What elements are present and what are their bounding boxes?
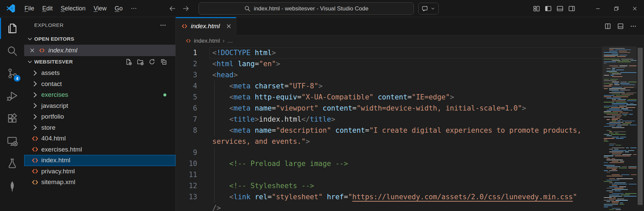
activity-source-control-icon[interactable]: 4: [0, 62, 24, 85]
open-editors-header[interactable]: OPEN EDITORS: [24, 33, 175, 45]
breadcrumb-tail[interactable]: …: [227, 38, 233, 44]
code-line-content: <!-- Preload large image -->: [212, 158, 644, 169]
tree-item-exercises.html[interactable]: exercises.html: [24, 144, 175, 155]
minimap-mark: [606, 114, 621, 115]
minimap-mark: [622, 123, 631, 124]
token: >: [233, 71, 238, 79]
token: !DOCTYPE: [217, 49, 251, 57]
token: [212, 160, 229, 168]
minimap-mark: [614, 84, 620, 85]
html-file-icon: [31, 167, 39, 175]
minimap-mark: [609, 152, 624, 152]
code-editor[interactable]: 1<!DOCTYPE html>2<html lang="en">3<head>…: [176, 46, 644, 211]
tree-item-assets[interactable]: assets: [24, 68, 175, 79]
activity-extensions-icon[interactable]: [0, 107, 24, 130]
tree-item-index.html[interactable]: index.html: [24, 155, 175, 166]
activity-mongodb-icon[interactable]: [0, 175, 24, 197]
tree-item-privacy.html[interactable]: privacy.html: [24, 166, 175, 177]
code-line[interactable]: 8 <meta name="description" content="I cr…: [176, 125, 644, 136]
command-center[interactable]: index.html - websitesver - Visual Studio…: [199, 2, 414, 15]
minimap-mark: [609, 143, 616, 144]
activity-search-icon[interactable]: [0, 40, 24, 62]
tree-item-store[interactable]: store: [24, 122, 175, 133]
editor-scrollbar[interactable]: [637, 46, 644, 211]
toggle-panel-icon[interactable]: [556, 5, 564, 12]
menu-edit[interactable]: Edit: [38, 3, 57, 14]
minimap-mark: [609, 162, 624, 163]
new-file-icon[interactable]: [125, 58, 132, 65]
run-and-debug-icon: [7, 90, 18, 101]
code-line[interactable]: 13 <link rel="stylesheet" href="https://…: [176, 192, 644, 203]
tab-index-html[interactable]: index.html: [176, 17, 236, 35]
editor-layout-icon[interactable]: [617, 23, 624, 30]
refresh-icon[interactable]: [149, 58, 155, 65]
menu-overflow[interactable]: ⋯: [127, 3, 141, 14]
token: <!-- Stylesheets -->: [229, 182, 314, 190]
more-actions-icon[interactable]: [630, 23, 637, 30]
token: meta: [233, 104, 251, 112]
customize-layout-icon[interactable]: [533, 5, 540, 12]
tree-item-404.html[interactable]: 404.html: [24, 133, 175, 144]
breadcrumb[interactable]: index.html › …: [176, 35, 644, 46]
chevron-right-icon: [31, 102, 39, 110]
tree-item-exercises[interactable]: exercises: [24, 89, 175, 100]
minimap-mark: [604, 126, 615, 127]
close-editor-icon[interactable]: [29, 47, 35, 53]
code-line[interactable]: 6 <meta name="viewport" content="width=d…: [176, 103, 644, 114]
code-line[interactable]: 11: [176, 169, 644, 180]
go-forward-icon[interactable]: [182, 5, 190, 12]
minimap-mark: [609, 88, 626, 89]
tree-item-portfolio[interactable]: portfolio: [24, 111, 175, 122]
open-editor-item[interactable]: index.html: [24, 45, 175, 56]
scrollbar-slider[interactable]: [638, 48, 643, 205]
minimap-mark: [612, 82, 619, 82]
code-line[interactable]: 9: [176, 147, 644, 158]
tree-item-contact[interactable]: contact: [24, 79, 175, 90]
menu-selection[interactable]: Selection: [57, 3, 90, 14]
code-line[interactable]: />: [176, 203, 644, 211]
code-line[interactable]: 2<html lang="en">: [176, 58, 644, 70]
token: "width=device-width, initial-scale=1.0": [357, 104, 522, 112]
go-back-icon[interactable]: [169, 5, 176, 12]
toggle-secondary-sidebar-icon[interactable]: [568, 5, 575, 12]
collapse-all-icon[interactable]: [160, 58, 167, 65]
restore-button[interactable]: [607, 0, 626, 17]
copilot-button[interactable]: [418, 3, 439, 14]
toggle-primary-sidebar-icon[interactable]: [545, 5, 552, 12]
token: =: [284, 82, 289, 90]
code-line[interactable]: services, and events.">: [176, 136, 644, 147]
activity-run-and-debug-icon[interactable]: [0, 85, 24, 107]
minimap-mark: [604, 79, 609, 80]
menu-go[interactable]: Go: [111, 3, 127, 14]
code-line-content: [212, 147, 644, 158]
minimap-mark: [627, 100, 637, 101]
code-line[interactable]: 7 <title>index.html</title>: [176, 114, 644, 125]
more-actions-icon[interactable]: [160, 22, 166, 29]
menu-view[interactable]: View: [90, 3, 111, 14]
code-line[interactable]: 4 <meta charset="UTF-8">: [176, 81, 644, 92]
tree-item-javascript[interactable]: javascript: [24, 100, 175, 112]
workspace-header[interactable]: WEBSITESVER: [24, 56, 175, 68]
activity-remote-explorer-icon[interactable]: [0, 130, 24, 152]
minimap-mark: [612, 70, 615, 70]
close-window-button[interactable]: [626, 0, 644, 17]
token: <: [229, 126, 234, 134]
minimap[interactable]: [602, 46, 637, 211]
token: >: [306, 137, 310, 145]
close-tab-icon[interactable]: [226, 23, 232, 29]
code-line[interactable]: 1<!DOCTYPE html>: [176, 47, 644, 58]
code-line-content: <!-- Stylesheets -->: [212, 180, 644, 192]
minimize-button[interactable]: [589, 0, 607, 17]
code-line[interactable]: 12 <!-- Stylesheets -->: [176, 180, 644, 192]
new-folder-icon[interactable]: [137, 58, 144, 65]
token: title: [310, 115, 331, 123]
tree-item-sitemap.xml[interactable]: sitemap.xml: [24, 177, 175, 188]
split-editor-icon[interactable]: [604, 23, 611, 30]
breadcrumb-file[interactable]: index.html: [194, 38, 220, 44]
activity-explorer-icon[interactable]: [0, 17, 24, 40]
activity-testing-icon[interactable]: [0, 152, 24, 175]
code-line[interactable]: 5 <meta http-equiv="X-UA-Compatible" con…: [176, 92, 644, 103]
code-line[interactable]: 3<head>: [176, 70, 644, 81]
menu-file[interactable]: File: [20, 3, 38, 14]
code-line[interactable]: 10 <!-- Preload large image -->: [176, 158, 644, 169]
